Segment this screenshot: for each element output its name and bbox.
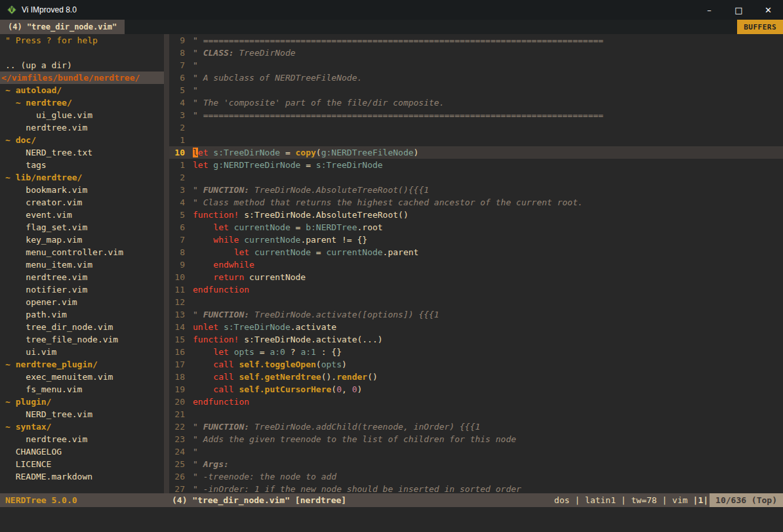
code-text: return currentNode xyxy=(188,271,306,283)
editor-line[interactable]: 13" FUNCTION: TreeDirNode.activate([opti… xyxy=(169,308,783,321)
nerdtree-row-file[interactable]: event.vim xyxy=(0,209,164,221)
buffer-tab[interactable]: (4) "tree_dir_node.vim" xyxy=(0,20,125,34)
code-text: while currentNode.parent != {} xyxy=(188,234,367,246)
nerdtree-row-file[interactable]: exec_menuitem.vim xyxy=(0,371,164,383)
close-button[interactable]: ✕ xyxy=(753,0,783,20)
editor-line[interactable]: 21 xyxy=(169,408,783,420)
nerdtree-row-file[interactable]: tags xyxy=(0,159,164,171)
nerdtree-row-file[interactable]: ui_glue.vim xyxy=(0,109,164,121)
editor-line[interactable]: 6" A subclass of NERDTreeFileNode. xyxy=(169,72,783,84)
line-number: 16 xyxy=(169,346,188,358)
nerdtree-row-file[interactable]: nerdtree.vim xyxy=(0,271,164,283)
nerdtree-row-file[interactable]: creator.vim xyxy=(0,196,164,209)
editor-line[interactable]: 14unlet s:TreeDirNode.activate xyxy=(169,321,783,333)
nerdtree-row-dir[interactable]: ~ autoload/ xyxy=(0,84,164,96)
editor-line[interactable]: 16 let opts = a:0 ? a:1 : {} xyxy=(169,346,783,358)
nerdtree-row-updir[interactable]: .. (up a dir) xyxy=(0,59,164,72)
editor-line[interactable]: 8" CLASS: TreeDirNode xyxy=(169,47,783,59)
code-text: let opts = a:0 ? a:1 : {} xyxy=(188,346,342,358)
main-area: " Press ? for help.. (up a dir)</vimfile… xyxy=(0,34,783,493)
nerdtree-row-dir[interactable]: ~ plugin/ xyxy=(0,396,164,408)
editor-line[interactable]: 7 while currentNode.parent != {} xyxy=(169,234,783,246)
editor-line[interactable]: 2 xyxy=(169,121,783,134)
nerdtree-row-file[interactable]: README.markdown xyxy=(0,470,164,483)
editor-line[interactable]: 9 endwhile xyxy=(169,258,783,271)
editor-line[interactable]: 22" FUNCTION: TreeDirNode.addChild(treen… xyxy=(169,420,783,433)
nerdtree-row-root[interactable]: </vimfiles/bundle/nerdtree/ xyxy=(0,72,164,84)
nerdtree-row-dir[interactable]: ~ doc/ xyxy=(0,134,164,146)
nerdtree-row-file[interactable]: key_map.vim xyxy=(0,234,164,246)
nerdtree-row-file[interactable]: bookmark.vim xyxy=(0,184,164,196)
editor-line[interactable]: 23" Adds the given treenode to the list … xyxy=(169,433,783,445)
nerdtree-row-file[interactable]: tree_file_node.vim xyxy=(0,333,164,346)
code-text: " Args: xyxy=(188,458,229,470)
line-number: 4 xyxy=(169,96,188,109)
line-number: 5 xyxy=(169,84,188,96)
nerdtree-row-file[interactable]: CHANGELOG xyxy=(0,445,164,458)
editor-line[interactable]: 26" -treenode: the node to add xyxy=(169,470,783,483)
line-number: 1 xyxy=(169,159,188,171)
editor-line[interactable]: 5function! s:TreeDirNode.AbsoluteTreeRoo… xyxy=(169,209,783,221)
editor-line[interactable]: 5" xyxy=(169,84,783,96)
nerdtree-row-file[interactable]: menu_controller.vim xyxy=(0,246,164,258)
editor-line[interactable]: 4" Class method that returns the highest… xyxy=(169,196,783,209)
cursor-block: l xyxy=(193,148,198,157)
editor-line[interactable]: 9" =====================================… xyxy=(169,34,783,47)
editor-line[interactable]: 20endfunction xyxy=(169,396,783,408)
nerdtree-row-help[interactable]: " Press ? for help xyxy=(0,34,164,47)
nerdtree-panel: " Press ? for help.. (up a dir)</vimfile… xyxy=(0,34,164,493)
nerdtree-row-file[interactable]: NERD_tree.vim xyxy=(0,408,164,420)
editor-line[interactable]: 8 let currentNode = currentNode.parent xyxy=(169,246,783,258)
code-text: endwhile xyxy=(188,258,254,271)
maximize-button[interactable]: □ xyxy=(724,0,753,20)
code-text xyxy=(188,296,193,308)
code-text: let currentNode = b:NERDTree.root xyxy=(188,221,383,234)
editor-line[interactable]: 25" Args: xyxy=(169,458,783,470)
editor-line[interactable]: 17 call self.toggleOpen(opts) xyxy=(169,358,783,371)
nerdtree-row-file[interactable]: fs_menu.vim xyxy=(0,383,164,396)
editor-line[interactable]: 18 call self.getNerdtree().render() xyxy=(169,371,783,383)
editor-line[interactable]: 10 return currentNode xyxy=(169,271,783,283)
nerdtree-row-dir[interactable]: ~ syntax/ xyxy=(0,420,164,433)
editor-line[interactable]: 24" xyxy=(169,445,783,458)
editor-line[interactable]: 11endfunction xyxy=(169,283,783,296)
nerdtree-row-dir[interactable]: ~ nerdtree_plugin/ xyxy=(0,358,164,371)
tabline: (4) "tree_dir_node.vim" BUFFERS xyxy=(0,20,783,34)
line-number: 2 xyxy=(169,121,188,134)
nerdtree-row-file[interactable]: flag_set.vim xyxy=(0,221,164,234)
editor-line[interactable]: 27" -inOrder: 1 if the new node should b… xyxy=(169,483,783,493)
line-number: 17 xyxy=(169,358,188,371)
editor-line[interactable]: 6 let currentNode = b:NERDTree.root xyxy=(169,221,783,234)
editor-line[interactable]: 1 xyxy=(169,134,783,146)
nerdtree-row-file[interactable]: nerdtree.vim xyxy=(0,121,164,134)
editor-line[interactable]: 2 xyxy=(169,171,783,184)
nerdtree-row-file[interactable]: menu_item.vim xyxy=(0,258,164,271)
nerdtree-row-file[interactable]: notifier.vim xyxy=(0,283,164,296)
editor-line[interactable]: 7" xyxy=(169,59,783,72)
nerdtree-row-file[interactable]: ui.vim xyxy=(0,346,164,358)
editor-line[interactable]: 4" The 'composite' part of the file/dir … xyxy=(169,96,783,109)
titlebar[interactable]: V Vi IMproved 8.0 – □ ✕ xyxy=(0,0,783,20)
line-number: 13 xyxy=(169,308,188,321)
nerdtree-row-dir[interactable]: ~ nerdtree/ xyxy=(0,96,164,109)
nerdtree-row-file[interactable]: nerdtree.vim xyxy=(0,433,164,445)
window-controls: – □ ✕ xyxy=(694,0,783,20)
nerdtree-row-file[interactable]: opener.vim xyxy=(0,296,164,308)
vertical-split[interactable] xyxy=(164,34,169,493)
editor-line[interactable]: 3" =====================================… xyxy=(169,109,783,121)
line-number: 4 xyxy=(169,196,188,209)
minimize-button[interactable]: – xyxy=(694,0,724,20)
editor-line[interactable]: 3" FUNCTION: TreeDirNode.AbsoluteTreeRoo… xyxy=(169,184,783,196)
editor-line[interactable]: 15function! s:TreeDirNode.activate(...) xyxy=(169,333,783,346)
editor-line[interactable]: 12 xyxy=(169,296,783,308)
nerdtree-row-file[interactable]: NERD_tree.txt xyxy=(0,146,164,159)
nerdtree-row-file[interactable]: LICENCE xyxy=(0,458,164,470)
statusline-filename: (4) "tree_dir_node.vim" [nerdtree] xyxy=(169,495,550,505)
editor-line-current[interactable]: 10let s:TreeDirNode = copy(g:NERDTreeFil… xyxy=(169,146,783,159)
editor-line[interactable]: 1let g:NERDTreeDirNode = s:TreeDirNode xyxy=(169,159,783,171)
nerdtree-row-file[interactable]: tree_dir_node.vim xyxy=(0,321,164,333)
nerdtree-row-file[interactable]: path.vim xyxy=(0,308,164,321)
editor-line[interactable]: 19 call self.putCursorHere(0, 0) xyxy=(169,383,783,396)
nerdtree-row-dir[interactable]: ~ lib/nerdtree/ xyxy=(0,171,164,184)
vim-window: V Vi IMproved 8.0 – □ ✕ (4) "tree_dir_no… xyxy=(0,0,783,532)
